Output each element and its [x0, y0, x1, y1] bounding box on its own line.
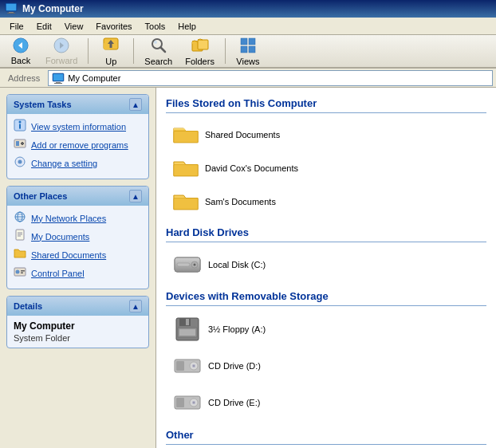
system-tasks-content: View system information Add or remove pr… [7, 114, 148, 179]
address-bar: Address My Computer [0, 69, 496, 88]
menu-help[interactable]: Help [171, 20, 203, 33]
svg-point-55 [194, 264, 196, 266]
add-remove-icon [14, 137, 26, 152]
up-label: Up [105, 57, 116, 66]
search-label: Search [144, 57, 172, 66]
my-network-places-label: My Network Places [31, 214, 106, 223]
forward-label: Forward [45, 56, 77, 65]
svg-rect-26 [54, 83, 62, 84]
details-content: My Computer System Folder [7, 316, 148, 348]
svg-rect-18 [198, 40, 208, 49]
cd-drive-d-name: CD Drive (D:) [208, 361, 261, 371]
svg-rect-17 [192, 41, 197, 44]
svg-rect-19 [241, 38, 247, 45]
svg-rect-59 [186, 319, 189, 325]
list-item[interactable]: 3½ Floppy (A:) [166, 312, 333, 346]
views-label: Views [236, 57, 259, 66]
svg-point-35 [18, 160, 22, 164]
title-bar: My Computer [0, 0, 496, 18]
svg-rect-49 [174, 132, 198, 143]
right-panel: Files Stored on This Computer Shared Doc… [156, 88, 496, 448]
svg-rect-56 [177, 263, 190, 266]
david-docs-name: David Cox's Documents [205, 163, 298, 173]
settings-icon [14, 155, 26, 171]
shared-documents-label: Shared Documents [31, 250, 106, 260]
shared-docs-name: Shared Documents [205, 130, 280, 140]
search-button[interactable]: Search [139, 34, 178, 69]
svg-rect-63 [176, 361, 184, 371]
svg-point-66 [193, 365, 195, 367]
address-field[interactable]: My Computer [48, 70, 493, 86]
my-documents-label: My Documents [31, 232, 89, 242]
svg-rect-33 [22, 142, 23, 145]
svg-point-71 [193, 402, 195, 403]
menu-bar: File Edit View Favorites Tools Help [0, 18, 496, 35]
system-tasks-panel: System Tasks ▲ View system information [6, 94, 149, 179]
details-collapse[interactable]: ▲ [129, 300, 142, 312]
menu-edit[interactable]: Edit [30, 20, 58, 33]
svg-rect-1 [6, 4, 16, 10]
my-documents-link[interactable]: My Documents [14, 229, 142, 244]
forward-button[interactable]: Forward [40, 35, 83, 68]
menu-favorites[interactable]: Favorites [89, 20, 138, 33]
shared-folder-icon [14, 247, 26, 262]
list-item[interactable]: David Cox's Documents [166, 153, 333, 183]
svg-rect-21 [241, 46, 247, 53]
back-button[interactable]: Back [3, 35, 38, 68]
svg-rect-61 [179, 329, 195, 336]
add-remove-programs-link[interactable]: Add or remove programs [14, 137, 142, 152]
hard-drives-section-header: Hard Disk Drives [166, 226, 486, 242]
list-item[interactable]: Local Disk (C:) [166, 249, 333, 281]
other-places-collapse[interactable]: ▲ [129, 190, 142, 202]
svg-rect-50 [174, 165, 198, 176]
folders-icon [191, 37, 209, 57]
sams-docs-name: Sam's Documents [205, 197, 276, 206]
search-icon [150, 37, 167, 57]
floppy-name: 3½ Floppy (A:) [208, 324, 266, 334]
list-item[interactable]: Shared Documents [166, 120, 333, 150]
details-header: Details ▲ [7, 297, 148, 316]
my-network-places-link[interactable]: My Network Places [14, 210, 142, 226]
other-section-header: Other [166, 429, 486, 445]
control-panel-label: Control Panel [31, 269, 85, 278]
local-disk-name: Local Disk (C:) [208, 260, 266, 269]
control-panel-icon [14, 265, 26, 281]
view-system-info-link[interactable]: View system information [14, 119, 142, 134]
back-label: Back [11, 56, 30, 65]
svg-rect-51 [174, 198, 198, 210]
menu-view[interactable]: View [58, 20, 90, 33]
title-icon [5, 2, 18, 17]
toolbar-sep-3 [225, 38, 226, 64]
title-text: My Computer [22, 3, 84, 14]
svg-point-28 [19, 121, 22, 124]
system-tasks-collapse[interactable]: ▲ [129, 98, 142, 111]
control-panel-link[interactable]: Control Panel [14, 265, 142, 281]
cd-drive-d-icon [173, 353, 202, 379]
back-icon [12, 37, 30, 56]
list-item[interactable]: CD Drive (D:) [166, 349, 333, 383]
svg-rect-20 [249, 38, 255, 45]
system-tasks-header: System Tasks ▲ [7, 95, 148, 114]
up-button[interactable]: Up [93, 34, 128, 69]
folder-icon [173, 191, 199, 213]
folders-button[interactable]: Folders [179, 34, 220, 69]
change-setting-link[interactable]: Change a setting [14, 155, 142, 171]
cd-drive-e-name: CD Drive (E:) [208, 398, 260, 407]
my-docs-icon [14, 229, 26, 244]
removable-section-header: Devices with Removable Storage [166, 290, 486, 306]
svg-point-15 [154, 41, 157, 44]
network-icon [14, 210, 26, 226]
list-item[interactable]: CD Drive (E:) [166, 386, 333, 419]
list-item[interactable]: Sam's Documents [166, 187, 333, 217]
other-places-content: My Network Places My Documents [7, 206, 148, 289]
change-setting-label: Change a setting [31, 159, 97, 168]
menu-tools[interactable]: Tools [139, 20, 172, 33]
cd-drive-e-icon [173, 390, 202, 415]
toolbar-sep-1 [88, 38, 89, 64]
floppy-icon [173, 316, 202, 342]
menu-file[interactable]: File [3, 20, 30, 33]
views-button[interactable]: Views [230, 34, 266, 69]
shared-documents-link[interactable]: Shared Documents [14, 247, 142, 262]
hard-drives-grid: Local Disk (C:) [166, 249, 486, 281]
removable-grid: 3½ Floppy (A:) CD Drive (D:) [166, 312, 486, 419]
